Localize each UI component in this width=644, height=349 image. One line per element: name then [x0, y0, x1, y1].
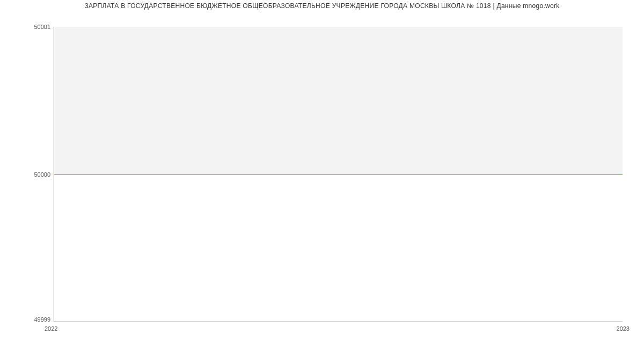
- plot-area: [54, 27, 623, 322]
- y-tick-mid: 50000: [2, 171, 50, 178]
- y-tick-top: 50001: [2, 24, 50, 30]
- x-tick-start: 2022: [45, 325, 57, 332]
- salary-chart: ЗАРПЛАТА В ГОСУДАРСТВЕННОЕ БЮДЖЕТНОЕ ОБЩ…: [0, 0, 644, 349]
- fill-band: [54, 27, 623, 174]
- y-tick-bot: 49999: [2, 316, 50, 323]
- chart-title: ЗАРПЛАТА В ГОСУДАРСТВЕННОЕ БЮДЖЕТНОЕ ОБЩ…: [0, 2, 644, 10]
- x-tick-end: 2023: [617, 325, 630, 332]
- series-line-salary: [54, 174, 623, 175]
